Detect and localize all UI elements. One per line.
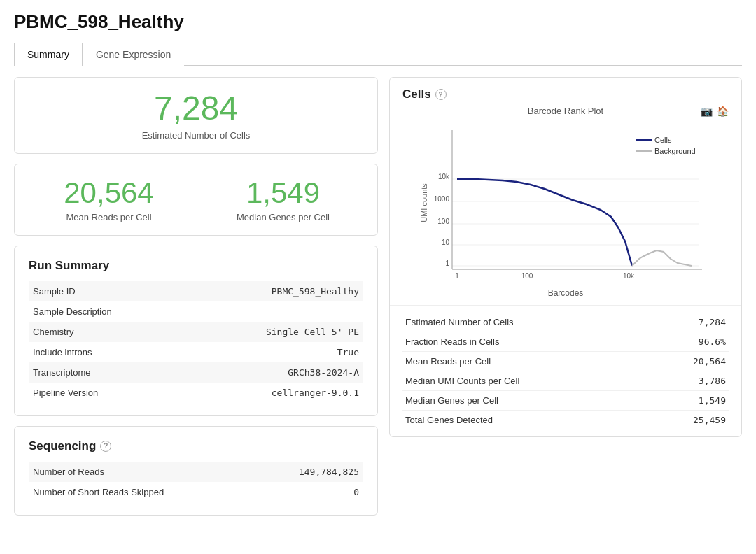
cells-stat-value: 7,284: [650, 313, 729, 332]
tab-bar: Summary Gene Expression: [14, 43, 742, 66]
cells-stat-value: 25,459: [650, 411, 729, 430]
left-column: 7,284 Estimated Number of Cells 20,564 M…: [14, 77, 378, 516]
run-summary-row: ChemistrySingle Cell 5' PE: [29, 322, 363, 342]
sequencing-card: Sequencing ? Number of Reads149,784,825N…: [14, 426, 378, 516]
cells-stat-value: 3,786: [650, 371, 729, 391]
cells-card: Cells ? Barcode Rank Plot 📷 🏠 UMI counts: [389, 77, 742, 437]
run-summary-row: Sample Description: [29, 301, 363, 322]
sequencing-table: Number of Reads149,784,825Number of Shor…: [29, 462, 363, 502]
tab-summary[interactable]: Summary: [14, 43, 83, 66]
reads-genes-card: 20,564 Mean Reads per Cell 1,549 Median …: [14, 164, 378, 236]
svg-text:1: 1: [445, 260, 449, 267]
sequencing-row: Number of Reads149,784,825: [29, 462, 363, 482]
cells-stat-value: 20,564: [650, 352, 729, 371]
svg-text:UMI counts: UMI counts: [420, 183, 428, 222]
run-summary-title: Run Summary: [29, 259, 363, 273]
cells-stat-label: Median UMI Counts per Cell: [402, 371, 650, 391]
page-title: PBMC_598_Healthy: [14, 11, 742, 33]
sequencing-row-label: Number of Reads: [29, 462, 253, 482]
mean-reads-stat: 20,564 Mean Reads per Cell: [29, 177, 189, 222]
estimated-cells-value: 7,284: [29, 90, 363, 127]
cells-stat-row: Total Genes Detected25,459: [402, 411, 729, 430]
cells-title: Cells: [402, 87, 431, 101]
mean-reads-value: 20,564: [29, 177, 189, 209]
svg-text:100: 100: [522, 272, 533, 280]
chart-title: Barcode Rank Plot: [397, 106, 734, 116]
chart-icons: 📷 🏠: [701, 106, 729, 117]
run-summary-row-label: Sample ID: [29, 281, 183, 301]
svg-text:1000: 1000: [434, 195, 450, 203]
chart-home-icon[interactable]: 🏠: [717, 106, 729, 117]
page-wrapper: PBMC_598_Healthy Summary Gene Expression…: [0, 0, 756, 527]
median-genes-value: 1,549: [203, 177, 363, 209]
cells-stat-row: Fraction Reads in Cells96.6%: [402, 332, 729, 352]
sequencing-section: Sequencing ?: [29, 439, 363, 453]
right-column: Cells ? Barcode Rank Plot 📷 🏠 UMI counts: [389, 77, 742, 516]
run-summary-row: Include intronsTrue: [29, 342, 363, 362]
main-layout: 7,284 Estimated Number of Cells 20,564 M…: [14, 77, 742, 516]
cells-stat-value: 1,549: [650, 391, 729, 411]
run-summary-row-value: [183, 301, 363, 322]
chart-svg: UMI counts 1 10 100 1000 10k 1 100 10k: [404, 119, 727, 287]
svg-text:100: 100: [438, 218, 449, 225]
cells-stats: Estimated Number of Cells7,284Fraction R…: [390, 305, 741, 436]
mean-reads-label: Mean Reads per Cell: [29, 212, 189, 222]
cells-help-icon[interactable]: ?: [435, 89, 447, 100]
cells-stat-row: Median UMI Counts per Cell3,786: [402, 371, 729, 391]
cells-stat-label: Median Genes per Cell: [402, 391, 650, 411]
sequencing-row: Number of Short Reads Skipped0: [29, 482, 363, 502]
run-summary-row-value: True: [183, 342, 363, 362]
median-genes-label: Median Genes per Cell: [203, 212, 363, 222]
sequencing-title: Sequencing: [29, 439, 96, 453]
run-summary-row-label: Chemistry: [29, 322, 183, 342]
cells-stat-row: Median Genes per Cell1,549: [402, 391, 729, 411]
cells-stat-row: Estimated Number of Cells7,284: [402, 313, 729, 332]
run-summary-row-label: Include introns: [29, 342, 183, 362]
sequencing-row-value: 149,784,825: [253, 462, 363, 482]
chart-camera-icon[interactable]: 📷: [701, 106, 713, 117]
tab-gene-expression[interactable]: Gene Expression: [83, 43, 184, 66]
svg-text:Cells: Cells: [654, 136, 672, 144]
svg-text:10k: 10k: [623, 272, 635, 280]
cells-stats-table: Estimated Number of Cells7,284Fraction R…: [402, 313, 729, 429]
run-summary-row: Sample IDPBMC_598_Healthy: [29, 281, 363, 301]
run-summary-table: Sample IDPBMC_598_HealthySample Descript…: [29, 281, 363, 403]
sequencing-row-label: Number of Short Reads Skipped: [29, 482, 253, 502]
cells-stat-label: Estimated Number of Cells: [402, 313, 650, 332]
estimated-cells-card: 7,284 Estimated Number of Cells: [14, 77, 378, 154]
svg-text:10k: 10k: [438, 173, 450, 180]
sequencing-row-value: 0: [253, 482, 363, 502]
cells-stat-label: Fraction Reads in Cells: [402, 332, 650, 352]
cells-stat-label: Total Genes Detected: [402, 411, 650, 430]
barcode-rank-chart: UMI counts 1 10 100 1000 10k 1 100 10k: [404, 119, 727, 287]
cells-header: Cells ?: [390, 78, 741, 106]
run-summary-row: Pipeline Versioncellranger-9.0.1: [29, 383, 363, 403]
median-genes-stat: 1,549 Median Genes per Cell: [203, 177, 363, 222]
run-summary-row-label: Transcriptome: [29, 362, 183, 383]
chart-area: Barcode Rank Plot 📷 🏠 UMI counts 1 10 10…: [390, 106, 741, 305]
cells-stat-label: Mean Reads per Cell: [402, 352, 650, 371]
run-summary-row-value: PBMC_598_Healthy: [183, 281, 363, 301]
sequencing-help-icon[interactable]: ?: [100, 441, 111, 452]
svg-text:10: 10: [442, 239, 450, 246]
estimated-cells-label: Estimated Number of Cells: [29, 130, 363, 141]
run-summary-row-label: Pipeline Version: [29, 383, 183, 403]
svg-text:1: 1: [455, 272, 459, 280]
cells-stat-value: 96.6%: [650, 332, 729, 352]
run-summary-row: TranscriptomeGRCh38-2024-A: [29, 362, 363, 383]
run-summary-row-value: cellranger-9.0.1: [183, 383, 363, 403]
chart-x-label: Barcodes: [397, 288, 734, 298]
run-summary-row-label: Sample Description: [29, 301, 183, 322]
cells-stat-row: Mean Reads per Cell20,564: [402, 352, 729, 371]
run-summary-row-value: Single Cell 5' PE: [183, 322, 363, 342]
svg-text:Background: Background: [654, 147, 696, 155]
run-summary-row-value: GRCh38-2024-A: [183, 362, 363, 383]
run-summary-card: Run Summary Sample IDPBMC_598_HealthySam…: [14, 246, 378, 416]
